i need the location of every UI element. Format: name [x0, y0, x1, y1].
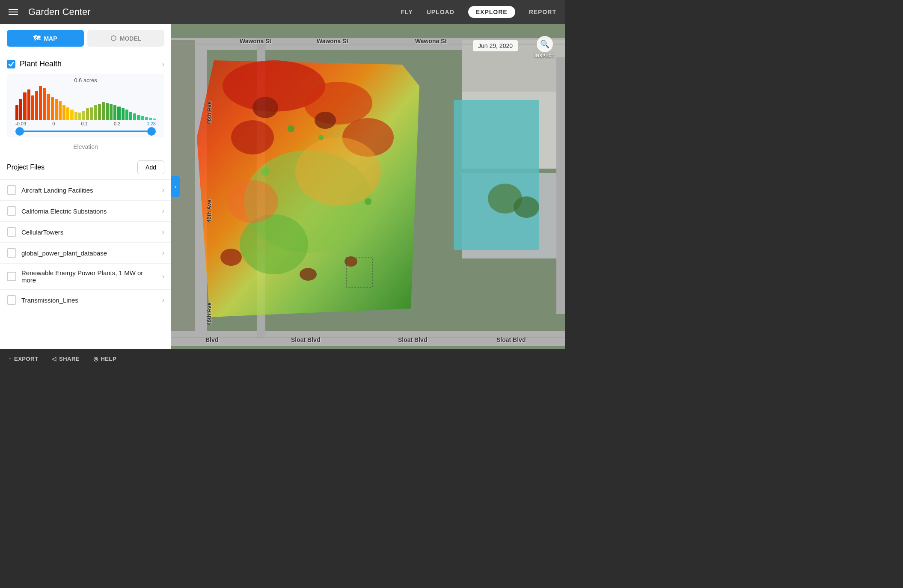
histogram-bar: [27, 89, 30, 120]
file-item[interactable]: Aircraft Landing Facilities ›: [0, 179, 171, 200]
export-icon: ↑: [9, 356, 12, 362]
histogram-bar: [15, 105, 18, 120]
histogram-bar: [133, 113, 136, 120]
plant-health-header: Plant Health ›: [7, 56, 164, 72]
histogram-bar: [78, 113, 81, 120]
project-files-section: Project Files Add Aircraft Landing Facil…: [0, 155, 171, 310]
file-checkbox-3[interactable]: [7, 248, 16, 258]
histogram-bar: [145, 117, 148, 120]
app-title: Garden Center: [28, 6, 394, 18]
histogram-bar: [43, 88, 46, 120]
histogram-bar: [86, 108, 89, 120]
histogram-axis: -0.09 0 0.1 0.2 0.28: [14, 120, 157, 127]
histogram-bar: [82, 111, 85, 120]
file-checkbox-2[interactable]: [7, 227, 16, 237]
histogram-bar: [23, 92, 26, 120]
nav-report[interactable]: REPORT: [529, 9, 556, 15]
help-icon: ◎: [93, 356, 98, 362]
add-button[interactable]: Add: [137, 160, 164, 174]
svg-point-24: [252, 97, 278, 118]
acres-label: 0.6 acres: [14, 77, 157, 83]
file-checkbox-1[interactable]: [7, 206, 16, 216]
svg-point-18: [231, 120, 274, 154]
ndvi-overlay: [188, 52, 428, 330]
map-icon: 🗺: [33, 35, 40, 42]
axis-zero: 0: [52, 121, 55, 126]
street-label-wawona3: Wawona St: [415, 38, 447, 45]
file-chevron-0: ›: [162, 186, 164, 194]
file-name-2: CellularTowers: [21, 229, 157, 236]
export-button[interactable]: ↑ EXPORT: [9, 356, 38, 362]
slider-fill: [21, 131, 151, 132]
range-slider[interactable]: [14, 127, 157, 137]
file-checkbox-4[interactable]: [7, 272, 16, 281]
file-name-0: Aircraft Landing Facilities: [21, 187, 157, 194]
axis-02: 0.2: [114, 121, 120, 126]
histogram-bar: [74, 112, 77, 120]
histogram-bar: [141, 116, 144, 120]
file-item[interactable]: Transmission_Lines ›: [0, 289, 171, 310]
file-checkbox-0[interactable]: [7, 185, 16, 195]
file-item[interactable]: California Electric Substations ›: [0, 200, 171, 221]
nav-upload[interactable]: UPLOAD: [427, 9, 454, 15]
file-name-4: Renewable Energy Power Plants, 1 MW or m…: [21, 269, 157, 284]
nav-fly[interactable]: FLY: [401, 9, 413, 15]
file-item[interactable]: CellularTowers ›: [0, 221, 171, 242]
file-name-5: Transmission_Lines: [21, 297, 157, 304]
elevation-label: Elevation: [7, 141, 164, 155]
street-label-46th-1: 46th Ave: [206, 101, 212, 124]
histogram-bar: [66, 107, 69, 120]
svg-rect-9: [556, 57, 565, 314]
street-label-46th-3: 46th Ave: [206, 303, 212, 325]
file-name-3: global_power_plant_database: [21, 249, 157, 257]
file-chevron-1: ›: [162, 207, 164, 215]
main-content: 🗺 MAP ⬡ MODEL Plant Health › 0.6: [0, 24, 565, 349]
plant-health-chevron[interactable]: ›: [162, 60, 164, 68]
map-area[interactable]: Wawona St Wawona St Wawona St 46th Ave 4…: [171, 24, 565, 349]
svg-point-29: [288, 125, 294, 132]
inspect-label: INSPECT: [535, 53, 555, 58]
project-files-header: Project Files Add: [0, 155, 171, 179]
histogram-bar: [102, 102, 105, 120]
hamburger-menu[interactable]: [9, 9, 18, 15]
histogram-bar: [59, 101, 62, 120]
share-icon: ◁: [52, 356, 56, 362]
slider-thumb-left[interactable]: [15, 127, 24, 136]
sidebar: 🗺 MAP ⬡ MODEL Plant Health › 0.6: [0, 24, 171, 349]
svg-point-21: [240, 214, 308, 274]
inspect-button[interactable]: 🔍 INSPECT: [535, 36, 555, 58]
help-button[interactable]: ◎ HELP: [93, 356, 116, 362]
histogram-bar: [129, 112, 132, 120]
histogram-bar: [51, 97, 54, 120]
street-label-sloat2: Sloat Blvd: [291, 336, 320, 343]
histogram: [14, 86, 157, 120]
slider-track: [21, 131, 151, 132]
file-item[interactable]: Renewable Energy Power Plants, 1 MW or m…: [0, 263, 171, 289]
file-item[interactable]: global_power_plant_database ›: [0, 242, 171, 263]
view-toggle: 🗺 MAP ⬡ MODEL: [0, 24, 171, 53]
file-chevron-4: ›: [162, 273, 164, 280]
histogram-bar: [55, 99, 58, 120]
histogram-bar: [113, 105, 116, 120]
plant-health-section: Plant Health › 0.6 acres -0.09 0 0.1 0.2…: [0, 53, 171, 155]
file-list: Aircraft Landing Facilities › California…: [0, 179, 171, 310]
slider-thumb-right[interactable]: [147, 127, 156, 136]
file-checkbox-5[interactable]: [7, 295, 16, 305]
footer: ↑ EXPORT ◁ SHARE ◎ HELP: [0, 349, 565, 368]
inspect-icon: 🔍: [537, 36, 553, 52]
model-button[interactable]: ⬡ MODEL: [87, 30, 164, 47]
histogram-bar: [149, 118, 152, 120]
axis-max: 0.28: [147, 121, 156, 126]
collapse-sidebar-button[interactable]: ‹: [171, 176, 180, 197]
svg-point-22: [295, 137, 381, 206]
file-chevron-5: ›: [162, 296, 164, 304]
svg-point-31: [261, 167, 270, 176]
plant-health-checkbox[interactable]: [7, 60, 15, 68]
street-label-sloat3: Sloat Blvd: [398, 336, 427, 343]
map-button[interactable]: 🗺 MAP: [7, 30, 84, 47]
checkmark-icon: [8, 61, 14, 67]
nav-explore[interactable]: EXPLORE: [468, 6, 515, 18]
project-files-title: Project Files: [7, 163, 45, 171]
histogram-container: 0.6 acres -0.09 0 0.1 0.2 0.28: [7, 74, 164, 137]
share-button[interactable]: ◁ SHARE: [52, 356, 80, 362]
